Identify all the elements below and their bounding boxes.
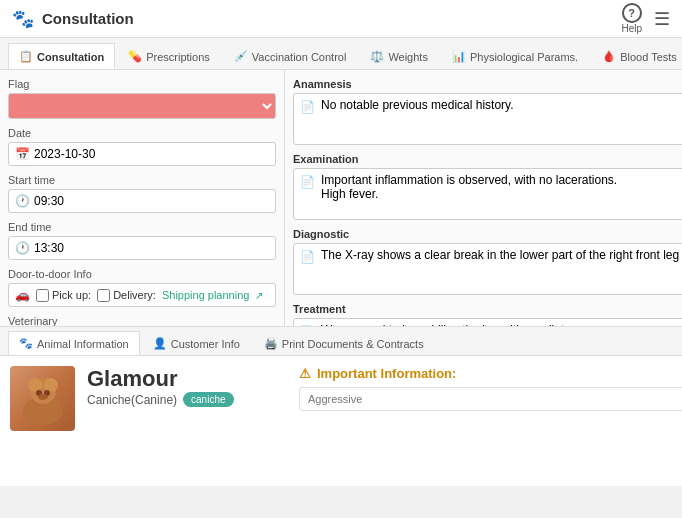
tab-weights-label: Weights: [388, 51, 428, 63]
calendar-icon: 📅: [15, 147, 30, 161]
end-time-input[interactable]: [34, 241, 269, 255]
diagnostic-box: 📄 The X-ray shows a clear break in the l…: [293, 243, 682, 295]
pickup-text: Pick up:: [52, 289, 91, 301]
tab-consultation[interactable]: 📋 Consultation: [8, 43, 115, 69]
examination-field: Examination 📄 Important inflammation is …: [293, 153, 682, 220]
delivery-text: Delivery:: [113, 289, 156, 301]
header-title-area: 🐾 Consultation: [12, 8, 134, 30]
customer-tab-label: Customer Info: [171, 338, 240, 350]
pickup-checkbox[interactable]: [36, 289, 49, 302]
content-wrapper: 📋 Consultation 💊 Prescriptions 💉 Vaccina…: [0, 38, 682, 486]
flag-select[interactable]: [8, 93, 276, 119]
veterinary-field: Veterinary 👤: [8, 315, 276, 326]
help-icon: ?: [622, 3, 642, 23]
consultation-tab-icon: 📋: [19, 50, 33, 63]
important-title: ⚠ Important Information:: [299, 366, 682, 381]
tab-vaccination[interactable]: 💉 Vaccination Control: [223, 43, 358, 69]
anamnesis-field: Anamnesis 📄 No notable previous medical …: [293, 78, 682, 145]
anamnesis-label: Anamnesis: [293, 78, 682, 90]
anamnesis-textarea[interactable]: No notable previous medical history.: [321, 98, 682, 140]
date-label: Date: [8, 127, 276, 139]
veterinary-label: Veterinary: [8, 315, 276, 326]
left-panel: Flag Date 📅 Start time: [0, 70, 285, 326]
clock-icon: 🕐: [15, 194, 30, 208]
important-title-text: Important Information:: [317, 366, 456, 381]
bottom-content: Glamour Caniche(Canine) caniche ⚠ Import…: [0, 356, 682, 486]
weights-tab-icon: ⚖️: [370, 50, 384, 63]
app-title: Consultation: [42, 10, 134, 27]
species-badge: caniche: [183, 392, 233, 407]
tab-blood-label: Blood Tests: [620, 51, 677, 63]
delivery-checkbox[interactable]: [97, 289, 110, 302]
physio-tab-icon: 📊: [452, 50, 466, 63]
warning-icon: ⚠: [299, 366, 311, 381]
anamnesis-box: 📄 No notable previous medical history.: [293, 93, 682, 145]
breed-text: Caniche(Canine): [87, 393, 177, 407]
animal-name: Glamour: [87, 366, 287, 392]
door-label: Door-to-door Info: [8, 268, 276, 280]
tab-consultation-label: Consultation: [37, 51, 104, 63]
start-time-wrapper: 🕐: [8, 189, 276, 213]
center-area: 📋 Consultation 💊 Prescriptions 💉 Vaccina…: [0, 38, 682, 486]
delivery-label[interactable]: Delivery:: [97, 289, 156, 302]
start-time-label: Start time: [8, 174, 276, 186]
treatment-label: Treatment: [293, 303, 682, 315]
print-docs-tab-label: Print Documents & Contracts: [282, 338, 424, 350]
app-icon: 🐾: [12, 8, 34, 30]
date-field: Date 📅: [8, 127, 276, 166]
tab-prescriptions-label: Prescriptions: [146, 51, 210, 63]
blood-tab-icon: 🩸: [602, 50, 616, 63]
menu-button[interactable]: ☰: [654, 8, 670, 30]
tab-bar: 📋 Consultation 💊 Prescriptions 💉 Vaccina…: [0, 38, 682, 70]
bottom-tab-customer[interactable]: 👤 Customer Info: [142, 331, 251, 355]
tab-weights[interactable]: ⚖️ Weights: [359, 43, 439, 69]
flag-label: Flag: [8, 78, 276, 90]
diagnostic-icon: 📄: [298, 248, 317, 290]
pickup-label[interactable]: Pick up:: [36, 289, 91, 302]
header-actions: ? Help ☰: [621, 3, 670, 34]
right-panel: Anamnesis 📄 No notable previous medical …: [285, 70, 682, 326]
door-field: Door-to-door Info 🚗 Pick up: Delivery: S…: [8, 268, 276, 307]
app-header: 🐾 Consultation ? Help ☰: [0, 0, 682, 38]
print-docs-tab-icon: 🖨️: [264, 337, 278, 350]
shipping-link[interactable]: Shipping planning: [162, 289, 249, 301]
animal-breed: Caniche(Canine) caniche: [87, 392, 287, 407]
tab-prescriptions[interactable]: 💊 Prescriptions: [117, 43, 221, 69]
end-time-label: End time: [8, 221, 276, 233]
prescriptions-tab-icon: 💊: [128, 50, 142, 63]
svg-point-3: [44, 378, 58, 392]
important-input[interactable]: [299, 387, 682, 411]
door-row: 🚗 Pick up: Delivery: Shipping planning ↗: [8, 283, 276, 307]
examination-label: Examination: [293, 153, 682, 165]
form-area: Flag Date 📅 Start time: [0, 70, 682, 326]
important-section: ⚠ Important Information:: [299, 366, 682, 476]
bottom-tab-print[interactable]: 🖨️ Print Documents & Contracts: [253, 331, 435, 355]
examination-box: 📄 Important inflammation is observed, wi…: [293, 168, 682, 220]
date-input-wrapper: 📅: [8, 142, 276, 166]
animal-photo: [10, 366, 75, 431]
date-input[interactable]: [34, 147, 269, 161]
help-button[interactable]: ? Help: [621, 3, 642, 34]
bottom-tab-bar: 🐾 Animal Information 👤 Customer Info 🖨️ …: [0, 326, 682, 356]
animal-tab-icon: 🐾: [19, 337, 33, 350]
tab-physio-label: Physiological Params.: [470, 51, 578, 63]
vaccination-tab-icon: 💉: [234, 50, 248, 63]
treatment-field: Treatment 📄 We proceed to immobilize the…: [293, 303, 682, 326]
start-time-input[interactable]: [34, 194, 269, 208]
end-time-field: End time 🕐: [8, 221, 276, 260]
animal-tab-label: Animal Information: [37, 338, 129, 350]
examination-icon: 📄: [298, 173, 317, 215]
svg-point-2: [28, 378, 42, 392]
diagnostic-label: Diagnostic: [293, 228, 682, 240]
tab-vaccination-label: Vaccination Control: [252, 51, 347, 63]
clock-end-icon: 🕐: [15, 241, 30, 255]
animal-info: Glamour Caniche(Canine) caniche: [87, 366, 287, 476]
tab-blood[interactable]: 🩸 Blood Tests: [591, 43, 682, 69]
bottom-tab-animal[interactable]: 🐾 Animal Information: [8, 331, 140, 355]
examination-textarea[interactable]: Important inflammation is observed, with…: [321, 173, 682, 215]
help-label: Help: [621, 23, 642, 34]
treatment-box: 📄 We proceed to immobilize the leg with …: [293, 318, 682, 326]
flag-field: Flag: [8, 78, 276, 119]
diagnostic-textarea[interactable]: The X-ray shows a clear break in the low…: [321, 248, 682, 290]
tab-physio[interactable]: 📊 Physiological Params.: [441, 43, 589, 69]
